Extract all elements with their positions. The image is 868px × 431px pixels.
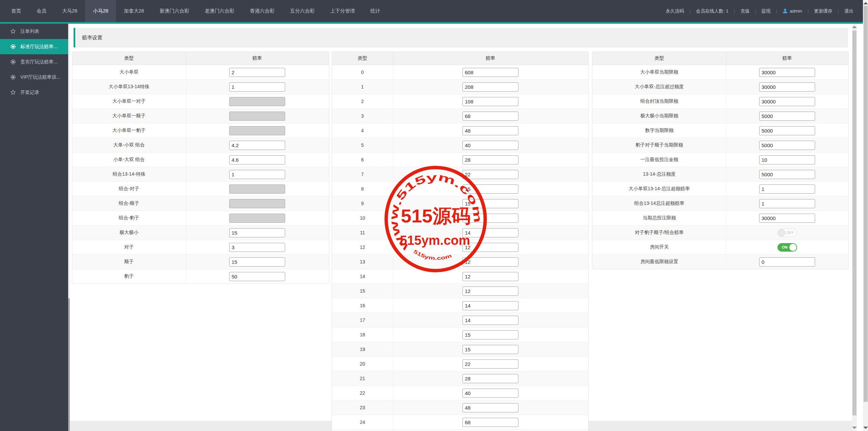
sidebar-item-standard-odds[interactable]: 标准厅玩法赔率... (0, 39, 68, 54)
nav-item-10[interactable]: 统计 (362, 0, 388, 22)
odds-input[interactable] (759, 112, 815, 121)
nav-item-2[interactable]: 大马28 (54, 0, 85, 22)
odds-input[interactable] (229, 272, 285, 281)
odds-input[interactable] (759, 214, 815, 223)
odds-input[interactable] (462, 345, 518, 354)
nav-item-7[interactable]: 香港六合彩 (242, 0, 282, 22)
scroll-down-icon[interactable] (852, 427, 857, 429)
nav-recharge[interactable]: 充值 (741, 8, 750, 14)
odds-input[interactable] (462, 126, 518, 135)
nav-withdraw[interactable]: 提现 (762, 8, 771, 14)
odds-input[interactable] (229, 68, 285, 77)
table-row: 21 (332, 371, 588, 386)
nav-user-label: admin (790, 8, 802, 14)
row-label: 数字当期限额 (592, 123, 726, 138)
odds-input[interactable] (462, 418, 518, 427)
odds-input[interactable] (759, 184, 815, 194)
odds-input[interactable] (462, 155, 518, 164)
odds-input[interactable] (462, 112, 518, 121)
scroll-down-icon[interactable] (863, 427, 868, 429)
toggle-switch-off[interactable]: OFF (777, 229, 797, 237)
nav-item-0[interactable]: 首页 (3, 0, 29, 22)
odds-input[interactable] (462, 214, 518, 223)
odds-input[interactable] (462, 359, 518, 369)
odds-input[interactable] (462, 389, 518, 398)
odds-input[interactable] (229, 155, 285, 164)
nav-item-5[interactable]: 新澳门六合彩 (152, 0, 197, 22)
table-row: 大小单双当期限额 (592, 65, 848, 80)
row-label: 极大极小 (72, 226, 186, 240)
nav-refresh-cache[interactable]: 更新缓存 (814, 8, 832, 14)
table-row: 组合13-14-特殊 (72, 167, 329, 182)
table-row: 22 (332, 386, 588, 400)
odds-input[interactable] (759, 141, 815, 150)
nav-item-6[interactable]: 老澳门六合彩 (197, 0, 242, 22)
sidebar-item-draw-records[interactable]: 开奖记录 (0, 85, 68, 100)
odds-input[interactable] (229, 243, 285, 252)
nav-perm-code[interactable]: 永久活码 (666, 8, 684, 14)
scroll-up-icon[interactable] (863, 2, 868, 4)
browser-scrollbar-thumb[interactable] (864, 6, 868, 402)
odds-input[interactable] (462, 272, 518, 281)
odds-input[interactable] (462, 184, 518, 194)
separator: | (689, 9, 690, 14)
row-value-cell (726, 138, 848, 152)
odds-input[interactable] (759, 155, 815, 164)
odds-input[interactable] (759, 199, 815, 208)
nav-item-1[interactable]: 会员 (29, 0, 54, 22)
odds-input[interactable] (462, 199, 518, 208)
odds-input[interactable] (462, 228, 518, 237)
odds-input[interactable] (759, 82, 815, 92)
odds-input[interactable] (462, 316, 518, 325)
odds-input[interactable] (759, 257, 815, 267)
browser-scrollbar[interactable] (863, 0, 868, 431)
table-row: 4 (332, 123, 588, 138)
column-header-type: 类型 (72, 52, 186, 65)
odds-input[interactable] (462, 330, 518, 339)
nav-item-8[interactable]: 五分六合彩 (282, 0, 322, 22)
sidebar-item-guest-odds[interactable]: 贵宾厅玩法赔率... (0, 54, 68, 70)
odds-input[interactable] (462, 68, 518, 77)
row-value-cell (393, 357, 588, 371)
row-value-cell (393, 80, 588, 94)
odds-input[interactable] (462, 170, 518, 179)
odds-input[interactable] (462, 374, 518, 383)
sidebar-item-order-list[interactable]: 注单列表 (0, 24, 68, 39)
odds-input[interactable] (462, 97, 518, 106)
odds-input[interactable] (462, 257, 518, 267)
nav-user[interactable]: admin (783, 8, 802, 14)
nav-item-4[interactable]: 加拿大28 (116, 0, 152, 22)
content-scrollbar-thumb[interactable] (852, 31, 856, 415)
nav-item-9[interactable]: 上下分管理 (322, 0, 363, 22)
table-row: 极大极小 (72, 226, 329, 240)
page-title-text: 赔率设置 (82, 35, 102, 41)
odds-input[interactable] (229, 82, 285, 92)
odds-input[interactable] (462, 141, 518, 150)
sidebar-scrollbar-thumb[interactable] (68, 298, 70, 431)
nav-user-area: 永久活码|会员在线人数: 1|充值|提现|admin|更新缓存|退出 (666, 8, 863, 14)
row-value-cell (393, 298, 588, 313)
odds-input[interactable] (229, 170, 285, 179)
odds-input[interactable] (229, 257, 285, 267)
toggle-switch-on[interactable]: ON (777, 243, 797, 252)
odds-input[interactable] (462, 82, 518, 92)
row-value-cell (726, 109, 848, 123)
nav-item-3[interactable]: 小马28 (85, 0, 116, 22)
odds-input[interactable] (462, 403, 518, 412)
nav-logout[interactable]: 退出 (844, 8, 853, 14)
nav-online-count[interactable]: 会员在线人数: 1 (696, 8, 729, 14)
odds-input[interactable] (759, 126, 815, 135)
odds-input[interactable] (759, 97, 815, 106)
odds-input[interactable] (759, 68, 815, 77)
odds-input[interactable] (462, 287, 518, 296)
odds-input[interactable] (462, 243, 518, 252)
table-row: 0 (332, 65, 588, 80)
sidebar-item-vip-odds[interactable]: VIP厅玩法赔率设... (0, 70, 68, 85)
odds-input[interactable] (462, 301, 518, 310)
odds-input[interactable] (229, 228, 285, 237)
content-scrollbar[interactable] (852, 24, 857, 431)
odds-input[interactable] (759, 170, 815, 179)
nav-online-count-label: 会员在线人数: 1 (696, 8, 729, 14)
odds-input[interactable] (229, 141, 285, 150)
scroll-up-icon[interactable] (852, 26, 857, 28)
